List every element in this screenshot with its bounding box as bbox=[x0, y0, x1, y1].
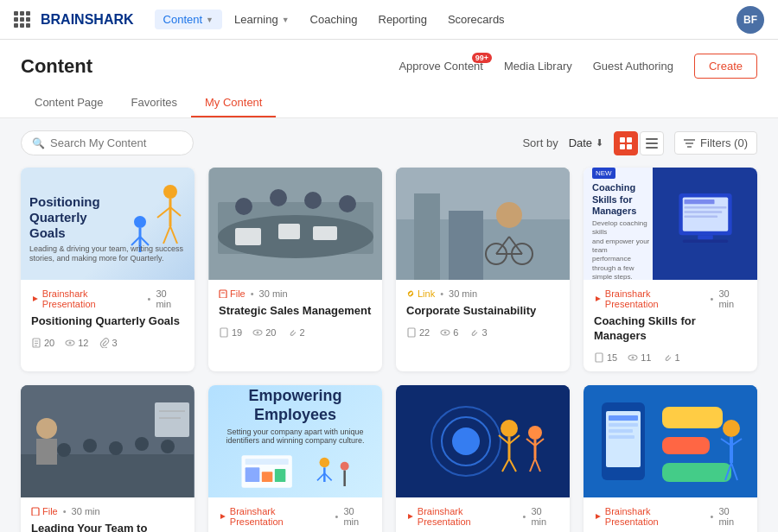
grid-view-button[interactable] bbox=[614, 131, 638, 155]
card-thumbnail bbox=[396, 385, 570, 497]
svg-point-69 bbox=[57, 443, 71, 457]
card-strategic-sales-management[interactable]: File • 30 min Strategic Sales Management… bbox=[208, 168, 382, 371]
card-creating-groundwork[interactable]: Brainshark Presentation • 30 min Creatin… bbox=[584, 385, 757, 532]
card-thumb-image bbox=[21, 385, 194, 497]
card-leading-your-team-to-success[interactable]: File • 30 min Leading Your Team to Succe… bbox=[21, 385, 194, 532]
card-body: Link • 30 min Corporate Sustainability 2… bbox=[396, 280, 570, 346]
card-meta: Link • 30 min bbox=[406, 288, 559, 299]
avatar[interactable]: BF bbox=[737, 6, 764, 34]
nav-item-coaching[interactable]: Coaching bbox=[302, 10, 367, 29]
logo-text: BRAINSHARK bbox=[41, 12, 134, 28]
header-actions: Approve Content 99+ Media Library Guest … bbox=[399, 54, 757, 79]
card-title: Corporate Sustainability bbox=[406, 304, 559, 319]
svg-rect-125 bbox=[662, 407, 723, 428]
filter-button[interactable]: Filters (0) bbox=[674, 131, 757, 155]
sort-value: Date bbox=[569, 136, 592, 149]
card-stat-attachments: 3 bbox=[469, 327, 487, 338]
nav-item-scorecards[interactable]: Scorecards bbox=[439, 10, 513, 29]
card-body: Brainshark Presentation • 30 min Creatin… bbox=[584, 497, 757, 532]
svg-rect-0 bbox=[620, 137, 625, 142]
card-stat-attachments: 3 bbox=[99, 338, 118, 348]
svg-point-102 bbox=[501, 420, 518, 437]
media-library-button[interactable]: Media Library bbox=[504, 60, 572, 73]
svg-rect-64 bbox=[596, 353, 603, 362]
svg-point-30 bbox=[235, 198, 252, 215]
svg-marker-63 bbox=[596, 296, 601, 301]
nav-item-reporting[interactable]: Reporting bbox=[370, 10, 436, 29]
approve-badge: 99+ bbox=[472, 53, 492, 63]
svg-point-74 bbox=[36, 418, 57, 439]
tab-favorites[interactable]: Favorites bbox=[118, 89, 191, 117]
grid-icon bbox=[14, 11, 30, 28]
svg-rect-1 bbox=[627, 137, 632, 142]
svg-point-108 bbox=[528, 426, 542, 440]
card-thumbnail bbox=[21, 385, 194, 497]
svg-rect-60 bbox=[684, 215, 717, 218]
svg-rect-87 bbox=[274, 469, 285, 482]
search-box[interactable]: 🔍 bbox=[21, 130, 194, 155]
card-title: Strategic Sales Management bbox=[219, 304, 372, 319]
tab-content-page[interactable]: Content Page bbox=[21, 89, 118, 117]
svg-point-71 bbox=[109, 441, 123, 455]
card-type: File bbox=[219, 288, 246, 299]
search-input[interactable] bbox=[50, 136, 182, 149]
logo[interactable]: BRAINSHARK bbox=[14, 11, 134, 28]
card-efficient-coaching-procedures[interactable]: Brainshark Presentation • 30 min Efficie… bbox=[396, 385, 570, 532]
card-meta: File • 30 min bbox=[31, 506, 184, 516]
svg-point-101 bbox=[452, 428, 480, 455]
svg-rect-127 bbox=[662, 463, 731, 482]
card-meta: Brainshark Presentation • 30 min bbox=[31, 288, 184, 309]
tabs: Content Page Favorites My Content bbox=[21, 89, 757, 117]
svg-rect-122 bbox=[609, 423, 638, 427]
svg-point-41 bbox=[257, 331, 259, 333]
svg-point-46 bbox=[496, 202, 522, 228]
tab-my-content[interactable]: My Content bbox=[191, 89, 276, 117]
list-view-button[interactable] bbox=[640, 131, 664, 155]
card-thumb-image: EmpoweringEmployees Setting your company… bbox=[208, 385, 382, 497]
card-type: Brainshark Presentation bbox=[31, 288, 143, 309]
svg-point-54 bbox=[444, 331, 447, 333]
svg-rect-59 bbox=[684, 211, 722, 213]
svg-marker-94 bbox=[220, 514, 226, 519]
svg-rect-6 bbox=[646, 147, 658, 149]
page-title: Content bbox=[21, 55, 92, 78]
svg-point-92 bbox=[340, 462, 348, 471]
view-toggle bbox=[614, 131, 664, 155]
svg-rect-35 bbox=[278, 224, 300, 239]
card-stats: 19 20 2 bbox=[219, 327, 372, 338]
approve-content-button[interactable]: Approve Content 99+ bbox=[399, 60, 483, 73]
svg-rect-37 bbox=[220, 290, 226, 298]
card-empowering-employees[interactable]: EmpoweringEmployees Setting your company… bbox=[208, 385, 382, 532]
card-thumbnail bbox=[584, 385, 757, 497]
sort-label: Sort by bbox=[522, 136, 558, 149]
svg-rect-34 bbox=[235, 228, 261, 245]
svg-marker-134 bbox=[596, 514, 601, 519]
card-type: File bbox=[31, 506, 58, 516]
card-title: Leading Your Team to Success bbox=[31, 522, 184, 532]
svg-rect-39 bbox=[220, 328, 227, 337]
card-meta: Brainshark Presentation • 30 min bbox=[594, 506, 747, 527]
card-stat-doc: 22 bbox=[406, 327, 430, 338]
nav-item-learning[interactable]: Learning ▼ bbox=[226, 10, 298, 29]
card-title: Coaching Skills for Managers bbox=[594, 314, 747, 344]
svg-rect-5 bbox=[646, 142, 658, 144]
card-body: File • 30 min Leading Your Team to Succe… bbox=[21, 497, 194, 532]
card-thumbnail: NEW CoachingSkills forManagers Develop c… bbox=[584, 168, 757, 280]
svg-rect-3 bbox=[627, 144, 632, 149]
card-type: Brainshark Presentation bbox=[406, 506, 518, 527]
card-thumbnail: PositioningQuarterlyGoals Leading & driv… bbox=[21, 168, 194, 280]
create-button[interactable]: Create bbox=[694, 54, 757, 79]
card-body: File • 30 min Strategic Sales Management… bbox=[208, 280, 382, 346]
svg-point-128 bbox=[723, 420, 740, 437]
search-icon: 🔍 bbox=[32, 137, 45, 149]
nav-item-content[interactable]: Content ▼ bbox=[155, 10, 222, 29]
content-header: Content Approve Content 99+ Media Librar… bbox=[0, 40, 778, 118]
svg-rect-84 bbox=[245, 459, 288, 466]
card-corporate-sustainability[interactable]: Link • 30 min Corporate Sustainability 2… bbox=[396, 168, 570, 371]
guest-authoring-button[interactable]: Guest Authoring bbox=[593, 60, 673, 73]
card-positioning-quarterly-goals[interactable]: PositioningQuarterlyGoals Leading & driv… bbox=[21, 168, 194, 371]
svg-point-72 bbox=[135, 437, 149, 451]
sort-select[interactable]: Date ⬇ bbox=[569, 136, 603, 149]
card-coaching-skills-for-managers[interactable]: NEW CoachingSkills forManagers Develop c… bbox=[584, 168, 757, 371]
svg-rect-124 bbox=[609, 435, 635, 439]
